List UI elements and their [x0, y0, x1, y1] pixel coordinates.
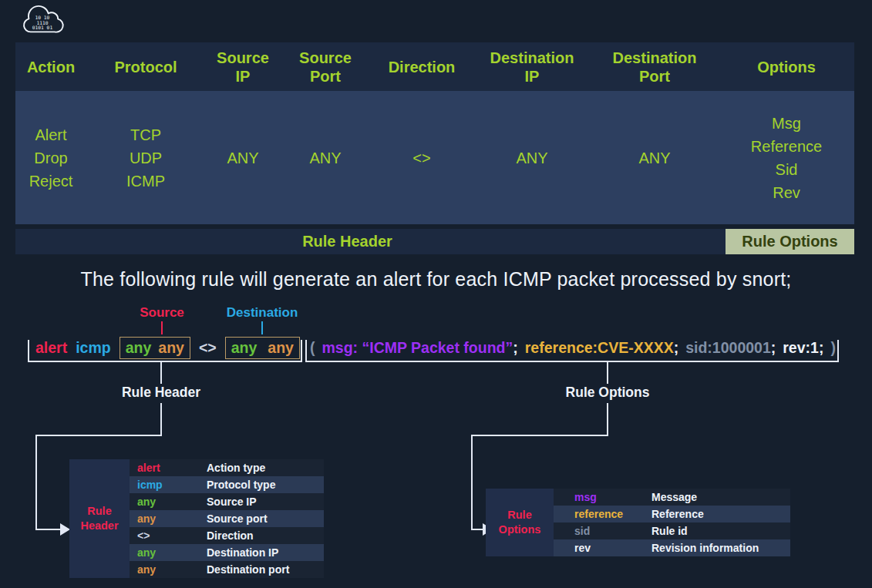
table-row: anySource IP [130, 493, 324, 510]
col-header-options: Options [719, 42, 854, 91]
rule-options-detail-rows: msgMessage referenceReference sidRule id… [554, 489, 790, 556]
source-callout-label: Source [140, 305, 184, 321]
table-row: msgMessage [554, 489, 790, 506]
header-connector-line [35, 435, 37, 530]
table-row: referenceReference [554, 506, 790, 522]
col-header-source-port: Source Port [281, 42, 370, 91]
cell-destination-port: ANY [591, 91, 719, 224]
cell-protocol: TCP UDP ICMP [86, 91, 205, 224]
col-header-direction: Direction [370, 42, 473, 91]
col-header-destination-ip: Destination IP [473, 42, 591, 91]
col-header-source-ip: Source IP [205, 42, 281, 91]
table-row: <>Direction [130, 527, 324, 544]
cell-source-ip: ANY [205, 91, 281, 224]
table-header-row: Action Protocol Source IP Source Port Di… [15, 42, 854, 91]
col-header-protocol: Protocol [86, 42, 205, 91]
table-footer-row: Rule Header Rule Options [15, 229, 854, 254]
table-body-row: Alert Drop Reject TCP UDP ICMP ANY ANY <… [15, 91, 854, 224]
table-row: sidRule id [554, 522, 790, 539]
rule-options-band: Rule Options [726, 229, 854, 254]
table-row: anyDestination IP [130, 544, 324, 561]
rule-header-part-label: Rule Header [122, 385, 200, 401]
table-row: icmpProtocol type [130, 476, 324, 493]
source-callout-line [161, 321, 163, 334]
header-connector-line [35, 435, 162, 436]
description-text: The following rule will generate an aler… [0, 268, 872, 291]
rule-header-detail-rows: alertAction type icmpProtocol type anySo… [130, 459, 324, 578]
options-connector-line [607, 403, 608, 436]
snort-rule-structure-table: Action Protocol Source IP Source Port Di… [15, 42, 854, 254]
options-connector-line [471, 435, 473, 530]
options-connector-line [471, 529, 483, 530]
table-row: anyDestination port [130, 561, 324, 578]
rule-header-detail-table: Rule Header alertAction type icmpProtoco… [69, 459, 324, 578]
rule-options-bracket [305, 340, 839, 362]
table-row: revRevision information [554, 539, 790, 556]
col-header-destination-port: Destination Port [591, 42, 719, 91]
rule-header-bracket-drop-line [160, 362, 162, 384]
rule-options-detail-title: Rule Options [486, 489, 554, 556]
table-row: anySource port [130, 510, 324, 527]
destination-callout-label: Destination [227, 305, 298, 321]
destination-callout-line [261, 321, 263, 334]
cloud-binary-logo: 10 10 1110 0101 01 [20, 2, 65, 39]
header-connector-line [160, 403, 162, 436]
snort-rule-structure-slide: 10 10 1110 0101 01 Action Protocol Sourc… [0, 0, 872, 588]
logo-binary-line: 0101 01 [32, 25, 53, 30]
header-connector-line [35, 529, 60, 530]
cell-action: Alert Drop Reject [15, 91, 86, 224]
cell-source-port: ANY [281, 91, 370, 224]
rule-options-detail-table: Rule Options msgMessage referenceReferen… [486, 489, 790, 556]
options-connector-line [471, 435, 608, 436]
col-header-action: Action [15, 42, 86, 91]
cell-destination-ip: ANY [473, 91, 591, 224]
cell-options: Msg Reference Sid Rev [719, 91, 854, 224]
rule-header-band: Rule Header [15, 229, 726, 254]
rule-options-bracket-drop-line [607, 362, 608, 384]
rule-header-detail-title: Rule Header [69, 459, 130, 578]
table-row: alertAction type [130, 459, 324, 476]
rule-header-bracket [28, 340, 302, 362]
cell-direction: <> [370, 91, 473, 224]
rule-options-part-label: Rule Options [566, 385, 650, 401]
